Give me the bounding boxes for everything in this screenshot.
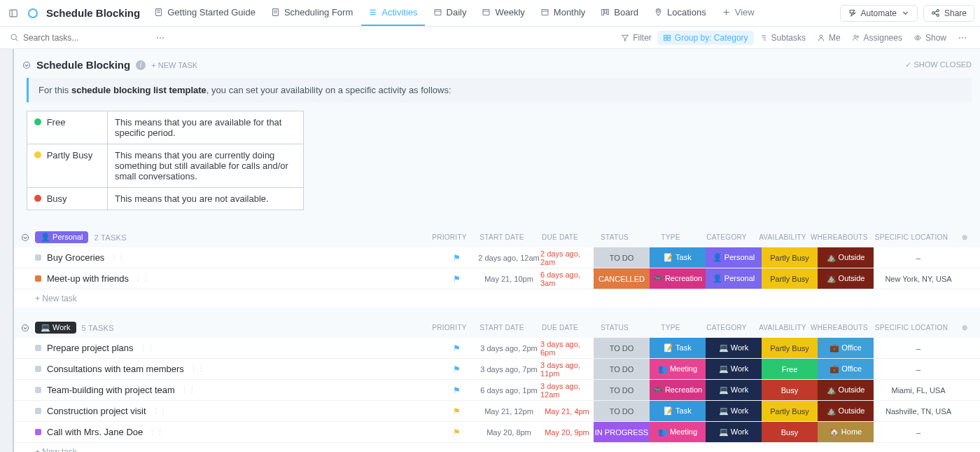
status-dot-icon[interactable] [35,366,41,372]
availability-badge[interactable]: Busy [762,422,818,442]
whereabouts-badge[interactable]: 💼 Office [818,359,874,379]
start-date[interactable]: 3 days ago, 7pm [477,359,540,379]
chevron-down-icon[interactable] [21,233,29,242]
start-date[interactable]: May 21, 12pm [477,401,540,421]
status-badge[interactable]: IN PROGRESS [594,422,650,442]
availability-badge[interactable]: Partly Busy [762,268,818,289]
due-date[interactable]: 6 days ago, 3am [540,268,594,289]
priority-flag-icon[interactable]: ⚑ [453,427,461,437]
col-due[interactable]: DUE DATE [533,233,587,241]
search-input[interactable] [23,33,121,43]
drag-handle-icon[interactable]: ⋮⋮ [110,253,125,262]
assignees-button[interactable]: Assignees [846,31,908,45]
task-row[interactable]: Construction project visit⋮⋮ ⚑ May 21, 1… [14,401,980,422]
status-dot-icon[interactable] [35,345,41,351]
whereabouts-badge[interactable]: 💼 Office [818,338,874,358]
availability-badge[interactable]: Free [762,359,818,379]
group-pill-personal[interactable]: 👤 Personal [35,231,88,243]
status-dot-icon[interactable] [35,254,41,261]
category-badge[interactable]: 💻 Work [706,380,762,400]
col-whereabouts[interactable]: WHEREABOUTS [811,324,867,331]
status-badge[interactable]: CANCELLED [594,268,650,289]
task-row[interactable]: Team-building with project team⋮⋮ ⚑ 6 da… [14,380,980,401]
col-category[interactable]: CATEGORY [699,233,755,241]
type-badge[interactable]: 📝 Task [650,247,706,268]
location-cell[interactable]: Miami, FL, USA [874,380,963,400]
availability-badge[interactable]: Busy [762,380,818,400]
col-availability[interactable]: AVAILABILITY [755,233,811,241]
chevron-down-icon[interactable] [21,324,29,332]
col-whereabouts[interactable]: WHEREABOUTS [811,233,867,241]
tab-board[interactable]: Board [594,0,645,26]
whereabouts-badge[interactable]: 🏠 Home [818,422,874,442]
due-date[interactable]: 3 days ago, 12am [540,380,594,400]
whereabouts-badge[interactable]: ⛰️ Outside [818,268,874,289]
add-column-button[interactable]: ⊕ [956,233,973,241]
col-status[interactable]: STATUS [587,233,643,241]
category-badge[interactable]: 👤 Personal [706,268,762,289]
add-column-button[interactable]: ⊕ [956,324,973,331]
task-row[interactable]: Meet-up with friends⋮⋮ ⚑ May 21, 10pm 6 … [14,268,980,289]
priority-flag-icon[interactable]: ⚑ [453,364,461,374]
tab-locations[interactable]: Locations [647,0,713,26]
status-badge[interactable]: TO DO [594,401,650,421]
status-dot-icon[interactable] [35,275,41,282]
category-badge[interactable]: 💻 Work [706,359,762,379]
status-dot-icon[interactable] [35,387,41,393]
category-badge[interactable]: 💻 Work [706,401,762,421]
due-date[interactable]: 2 days ago, 2am [540,247,594,268]
type-badge[interactable]: 📝 Task [650,338,706,358]
info-icon[interactable]: i [136,60,146,70]
whereabouts-badge[interactable]: ⛰️ Outside [818,401,874,421]
filter-button[interactable]: Filter [615,31,657,45]
tab-scheduling-form[interactable]: Scheduling Form [264,0,360,26]
col-location[interactable]: SPECIFIC LOCATION [867,324,956,331]
due-date[interactable]: 3 days ago, 6pm [540,338,594,358]
task-row[interactable]: Call with Mrs. Jane Doe⋮⋮ ⚑ May 20, 8pm … [14,422,980,443]
drag-handle-icon[interactable]: ⋮⋮ [152,406,167,416]
location-cell[interactable]: – [874,338,963,358]
location-cell[interactable]: New York, NY, USA [874,268,963,289]
col-category[interactable]: CATEGORY [699,324,755,331]
priority-flag-icon[interactable]: ⚑ [453,385,461,395]
due-date[interactable]: May 21, 4pm [540,401,594,421]
subtasks-button[interactable]: Subtasks [754,31,811,45]
location-cell[interactable]: – [874,422,963,442]
sidebar-toggle-icon[interactable] [6,6,21,21]
type-badge[interactable]: 📝 Task [650,401,706,421]
status-dot-icon[interactable] [35,429,41,435]
share-button[interactable]: Share [923,5,974,22]
group-pill-work[interactable]: 💻 Work [35,322,76,334]
drag-handle-icon[interactable]: ⋮⋮ [181,385,196,395]
col-status[interactable]: STATUS [587,324,643,331]
status-badge[interactable]: TO DO [594,380,650,400]
col-start[interactable]: START DATE [470,324,533,331]
status-badge[interactable]: TO DO [594,247,650,268]
drag-handle-icon[interactable]: ⋮⋮ [190,364,205,374]
start-date[interactable]: May 20, 8pm [477,422,540,442]
type-badge[interactable]: 👥 Meeting [650,422,706,442]
location-cell[interactable]: – [874,359,963,379]
more-options-icon[interactable]: ⋯ [955,30,970,46]
new-task-button[interactable]: + New task [14,289,980,308]
search-options-icon[interactable]: ⋯ [153,30,168,46]
priority-flag-icon[interactable]: ⚑ [453,253,461,263]
availability-badge[interactable]: Partly Busy [762,338,818,358]
task-row[interactable]: Buy Groceries⋮⋮ ⚑ 2 days ago, 12am 2 day… [14,247,980,268]
whereabouts-badge[interactable]: ⛰️ Outside [818,380,874,400]
col-start[interactable]: START DATE [470,233,533,241]
tab-activities[interactable]: Activities [361,0,424,26]
status-badge[interactable]: TO DO [594,338,650,358]
priority-flag-icon[interactable]: ⚑ [453,406,461,416]
automate-button[interactable]: Automate [840,5,918,22]
tab-daily[interactable]: Daily [426,0,474,26]
drag-handle-icon[interactable]: ⋮⋮ [134,274,150,283]
drag-handle-icon[interactable]: ⋮⋮ [148,427,164,437]
col-type[interactable]: TYPE [643,324,699,331]
category-badge[interactable]: 💻 Work [706,422,762,442]
category-badge[interactable]: 💻 Work [706,338,762,358]
location-cell[interactable]: – [874,247,963,268]
priority-flag-icon[interactable]: ⚑ [453,343,461,353]
new-task-button[interactable]: + NEW TASK [151,61,197,69]
tab-getting-started[interactable]: Getting Started Guide [147,0,262,26]
